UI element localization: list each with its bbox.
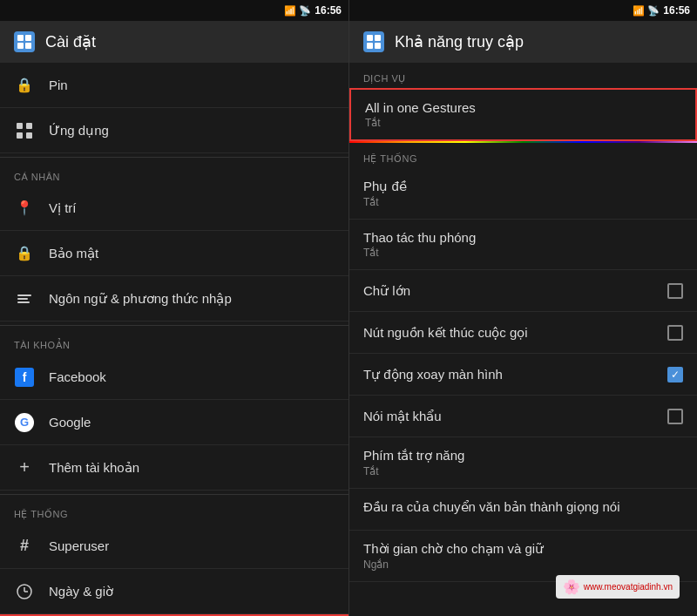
left-header-title: Cài đặt	[45, 32, 96, 51]
divider-3	[0, 494, 348, 495]
right-settings-grid-icon	[364, 32, 383, 51]
all-in-one-label: All in one Gestures	[365, 100, 476, 115]
thoi-gian-label: Thời gian chờ cho chạm và giữ	[363, 541, 544, 557]
menu-item-location[interactable]: 📍 Vị trí	[0, 186, 348, 231]
menu-item-security[interactable]: 🔒 Bảo mật	[0, 231, 348, 276]
svg-rect-4	[17, 294, 31, 296]
tu-dong-xoay-label: Tự động xoay màn hình	[363, 367, 503, 382]
right-scroll-content[interactable]: DỊCH VỤ All in one Gestures Tắt HỆ THỐNG…	[349, 63, 697, 616]
phim-tat-subtitle: Tắt	[363, 465, 379, 477]
right-panel: 📶 📡 16:56 Khả năng truy cập DỊCH VỤ All …	[348, 0, 697, 616]
signal-icon: 📡	[299, 5, 311, 17]
svg-rect-5	[17, 298, 28, 300]
svg-rect-1	[26, 123, 32, 129]
menu-item-superuser[interactable]: # Superuser	[0, 524, 348, 569]
facebook-label: Facebook	[49, 369, 106, 384]
chu-lon-label: Chữ lớn	[363, 283, 410, 299]
google-label: Google	[49, 415, 91, 430]
divider-2	[0, 325, 348, 326]
svg-rect-6	[17, 301, 30, 303]
right-header: Khả năng truy cập	[349, 21, 697, 63]
watermark: 🌸 www.meovatgiadinh.vn	[556, 575, 680, 599]
noi-mat-khau-label: Nói mật khẩu	[363, 409, 442, 424]
facebook-icon: f	[14, 367, 35, 388]
clock-icon	[14, 581, 35, 602]
chu-lon-checkbox[interactable]	[667, 283, 683, 299]
hash-icon: #	[14, 536, 35, 557]
menu-item-phim-tat[interactable]: Phím tắt trợ năng Tắt	[349, 437, 697, 489]
settings-grid-icon	[15, 32, 34, 51]
menu-item-pin[interactable]: 🔒 Pin	[0, 63, 348, 108]
thao-tac-subtitle: Tắt	[363, 247, 379, 259]
left-panel: 📶 📡 16:56 Cài đặt 🔒 Pin Ứng dụng CÁ NHÂN…	[0, 0, 348, 616]
section-he-thong-right: HỆ THỐNG	[349, 143, 697, 168]
location-label: Vị trí	[49, 200, 77, 216]
all-in-one-main: All in one Gestures	[365, 100, 681, 115]
right-status-icons: 📶 📡	[633, 5, 660, 17]
left-header: Cài đặt	[0, 21, 348, 63]
left-time: 16:56	[315, 4, 342, 17]
left-header-icon	[14, 31, 35, 52]
all-in-one-subtitle: Tắt	[365, 117, 381, 129]
section-he-thong-left: HỆ THỐNG	[0, 498, 348, 524]
right-status-bar: 📶 📡 16:56	[349, 0, 697, 21]
language-label: Ngôn ngữ & phương thức nhập	[49, 291, 232, 307]
apps-icon	[14, 120, 35, 141]
nut-nguon-label: Nút nguồn kết thúc cuộc gọi	[363, 325, 528, 341]
menu-item-dau-ra[interactable]: Đầu ra của chuyển văn bản thành giọng nó…	[349, 489, 697, 531]
right-signal-icon: 📡	[647, 5, 660, 17]
right-time: 16:56	[663, 4, 690, 17]
watermark-text: www.meovatgiadinh.vn	[584, 582, 673, 592]
section-tai-khoan: TÀI KHOẢN	[0, 329, 348, 355]
nut-nguon-checkbox[interactable]	[667, 325, 683, 341]
status-icons: 📶 📡	[284, 5, 311, 17]
section-dich-vu: DỊCH VỤ	[349, 63, 697, 88]
thoi-gian-subtitle: Ngắn	[363, 558, 389, 571]
section-ca-nhan: CÁ NHÂN	[0, 161, 348, 186]
noi-mat-khau-checkbox[interactable]	[667, 409, 683, 424]
datetime-label: Ngày & giờ	[49, 584, 113, 599]
right-header-icon	[363, 31, 384, 52]
menu-item-datetime[interactable]: Ngày & giờ	[0, 569, 348, 614]
menu-item-nut-nguon[interactable]: Nút nguồn kết thúc cuộc gọi	[349, 312, 697, 354]
menu-item-all-in-one[interactable]: All in one Gestures Tắt	[349, 88, 697, 141]
menu-item-google[interactable]: G Google	[0, 400, 348, 445]
svg-rect-2	[17, 132, 23, 139]
svg-rect-0	[17, 123, 23, 129]
menu-item-chu-lon[interactable]: Chữ lớn	[349, 270, 697, 312]
tu-dong-xoay-checkbox[interactable]	[667, 367, 683, 382]
location-icon: 📍	[14, 198, 35, 219]
menu-item-facebook[interactable]: f Facebook	[0, 355, 348, 400]
right-header-title: Khả năng truy cập	[395, 32, 524, 51]
menu-item-apps[interactable]: Ứng dụng	[0, 108, 348, 153]
add-icon: +	[14, 457, 35, 478]
left-status-bar: 📶 📡 16:56	[0, 0, 348, 21]
add-account-label: Thêm tài khoản	[49, 460, 139, 476]
superuser-label: Superuser	[49, 538, 109, 553]
phu-de-subtitle: Tắt	[363, 196, 379, 208]
language-icon	[14, 288, 35, 309]
svg-rect-3	[26, 132, 32, 139]
thao-tac-label: Thao tác thu phóng	[363, 230, 476, 245]
menu-item-add-account[interactable]: + Thêm tài khoản	[0, 445, 348, 491]
divider-1	[0, 157, 348, 158]
security-icon: 🔒	[14, 243, 35, 264]
right-wifi-icon: 📶	[633, 5, 645, 17]
watermark-logo: 🌸	[563, 579, 580, 595]
apps-label: Ứng dụng	[49, 123, 109, 139]
menu-item-tu-dong-xoay[interactable]: Tự động xoay màn hình	[349, 354, 697, 396]
security-label: Bảo mật	[49, 246, 98, 261]
pin-label: Pin	[49, 78, 68, 92]
phu-de-label: Phụ đề	[363, 179, 407, 194]
dau-ra-label: Đầu ra của chuyển văn bản thành giọng nó…	[363, 499, 620, 515]
left-scroll-content[interactable]: 🔒 Pin Ứng dụng CÁ NHÂN 📍 Vị trí 🔒 Bảo mậ…	[0, 63, 348, 616]
google-icon: G	[14, 412, 35, 433]
phim-tat-label: Phím tắt trợ năng	[363, 448, 464, 464]
menu-item-language[interactable]: Ngôn ngữ & phương thức nhập	[0, 276, 348, 322]
menu-item-phu-de[interactable]: Phụ đề Tắt	[349, 168, 697, 220]
lock-icon: 🔒	[14, 75, 35, 96]
menu-item-noi-mat-khau[interactable]: Nói mật khẩu	[349, 396, 697, 437]
menu-item-thao-tac[interactable]: Thao tác thu phóng Tắt	[349, 220, 697, 270]
wifi-icon: 📶	[284, 5, 296, 17]
